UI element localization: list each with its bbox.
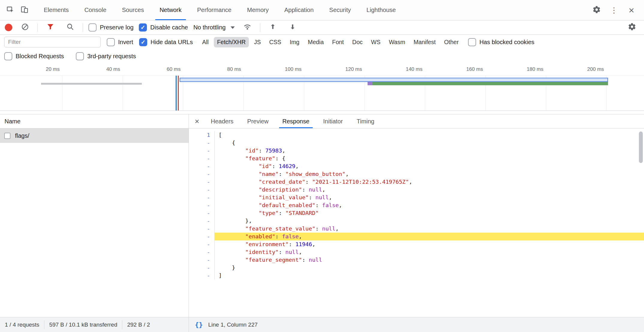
export-har-button[interactable] [285, 20, 300, 35]
checkbox-box[interactable] [4, 52, 12, 60]
close-detail-button[interactable]: × [190, 114, 204, 128]
line-gutter: - [189, 256, 215, 264]
has-blocked-cookies-checkbox[interactable]: Has blocked cookies [468, 38, 534, 46]
overview-bar-segment[interactable] [368, 82, 372, 85]
network-toolbar: Preserve log Disable cache No throttling [0, 20, 644, 35]
pretty-print-icon[interactable]: {} [195, 321, 203, 328]
detail-tab-headers[interactable]: Headers [204, 114, 240, 128]
hide-data-urls-checkbox[interactable]: Hide data URLs [139, 38, 193, 46]
code-line: - "feature_segment": null [189, 256, 644, 264]
clear-network-log-button[interactable] [18, 20, 32, 35]
device-toolbar-icon [20, 5, 29, 15]
response-code[interactable]: 1[- {- "id": 75983,- "feature": {- "id":… [189, 128, 644, 317]
third-party-requests-label: 3rd-party requests [87, 53, 136, 60]
devtools-tabs: ElementsConsoleSourcesNetworkPerformance… [36, 0, 404, 20]
tab-network[interactable]: Network [152, 0, 189, 20]
type-filter-fetch-xhr[interactable]: Fetch/XHR [214, 37, 249, 47]
more-options-button[interactable]: ⋮ [607, 3, 621, 17]
detail-tab-response[interactable]: Response [276, 114, 316, 128]
inspect-element-button[interactable] [3, 3, 17, 17]
type-filter-font[interactable]: Font [329, 37, 347, 47]
network-settings-button[interactable] [625, 20, 639, 35]
line-content: "environment": 11946, [215, 240, 644, 248]
code-line: - "id": 14629, [189, 162, 644, 170]
tab-application[interactable]: Application [276, 0, 321, 20]
tab-lighthouse[interactable]: Lighthouse [359, 0, 404, 20]
line-gutter: - [189, 155, 215, 162]
settings-button[interactable] [589, 3, 604, 17]
checkbox-box[interactable] [468, 38, 476, 46]
type-filter-doc[interactable]: Doc [349, 37, 366, 47]
checkbox-box[interactable] [76, 52, 84, 60]
network-filter-bar-2: Blocked Requests 3rd-party requests [0, 49, 644, 63]
status-summary-item: 1 / 4 requests [0, 321, 44, 328]
tab-elements[interactable]: Elements [36, 0, 76, 20]
code-line: - { [189, 139, 644, 147]
type-filter-css[interactable]: CSS [266, 37, 285, 47]
record-network-log-button[interactable] [5, 24, 12, 31]
blocked-requests-checkbox[interactable]: Blocked Requests [4, 52, 64, 60]
line-gutter: 1 [189, 131, 215, 139]
request-row[interactable]: flags/ [0, 128, 189, 143]
checkbox-box[interactable] [139, 38, 147, 46]
overview-bar-waiting[interactable] [372, 82, 608, 85]
overview-bar-flags-request[interactable] [180, 78, 608, 82]
type-filter-media[interactable]: Media [305, 37, 327, 47]
type-filter-img[interactable]: Img [286, 37, 303, 47]
checkbox-box[interactable] [139, 23, 147, 32]
type-filter-manifest[interactable]: Manifest [410, 37, 439, 47]
invert-checkbox[interactable]: Invert [107, 38, 133, 46]
overview-bar-early-request[interactable] [41, 83, 142, 85]
tab-console[interactable]: Console [76, 0, 114, 20]
import-har-button[interactable] [266, 20, 280, 35]
line-gutter: - [189, 209, 215, 217]
timeline-tick-label: 20 ms [3, 66, 60, 72]
type-filter-ws[interactable]: WS [368, 37, 383, 47]
disable-cache-checkbox[interactable]: Disable cache [139, 23, 188, 32]
network-search-button[interactable] [63, 20, 77, 35]
third-party-requests-checkbox[interactable]: 3rd-party requests [76, 52, 136, 60]
timeline-tick-label: 40 ms [63, 66, 120, 72]
code-line: - "description": null, [189, 186, 644, 194]
code-line: - "identity": null, [189, 248, 644, 256]
type-filter-wasm[interactable]: Wasm [386, 37, 409, 47]
filter-input[interactable] [4, 37, 101, 47]
line-content: "feature_state_value": null, [215, 225, 644, 233]
timeline-tick-label: 160 ms [426, 66, 483, 72]
line-content: } [215, 264, 644, 272]
type-filter-all[interactable]: All [199, 37, 212, 47]
line-content: "enabled": false, [215, 233, 644, 240]
timeline-band[interactable] [0, 76, 644, 111]
detail-tab-initiator[interactable]: Initiator [316, 114, 350, 128]
type-filter-other[interactable]: Other [441, 37, 462, 47]
checkbox-box[interactable] [107, 38, 115, 46]
line-content: "name": "show_demo_button", [215, 170, 644, 178]
detail-tab-preview[interactable]: Preview [240, 114, 276, 128]
tab-memory[interactable]: Memory [239, 0, 276, 20]
filter-toggle-button[interactable] [43, 20, 58, 35]
cursor-position: Line 1, Column 227 [208, 321, 258, 328]
name-column-header[interactable]: Name [0, 114, 189, 128]
status-left: 1 / 4 requests597 B / 10.1 kB transferre… [0, 317, 189, 332]
network-conditions-button[interactable] [240, 20, 255, 35]
tab-security[interactable]: Security [321, 0, 359, 20]
code-line: - "feature": { [189, 155, 644, 162]
tab-sources[interactable]: Sources [114, 0, 152, 20]
line-content: "id": 75983, [215, 147, 644, 155]
close-devtools-button[interactable]: × [624, 3, 639, 17]
line-content: "description": null, [215, 186, 644, 194]
vertical-scrollbar[interactable] [639, 131, 643, 163]
line-gutter: - [189, 233, 215, 240]
throttling-dropdown[interactable]: No throttling [193, 24, 235, 31]
preserve-log-checkbox[interactable]: Preserve log [88, 23, 133, 32]
device-toolbar-button[interactable] [17, 3, 32, 17]
tab-performance[interactable]: Performance [189, 0, 240, 20]
preserve-log-label: Preserve log [100, 24, 133, 31]
request-rows: flags/ [0, 128, 189, 317]
detail-tabs: HeadersPreviewResponseInitiatorTiming [204, 114, 381, 128]
line-gutter: - [189, 186, 215, 194]
detail-tab-timing[interactable]: Timing [350, 114, 381, 128]
type-filter-js[interactable]: JS [251, 37, 264, 47]
checkbox-box[interactable] [88, 23, 97, 32]
line-content: "default_enabled": false, [215, 201, 644, 209]
